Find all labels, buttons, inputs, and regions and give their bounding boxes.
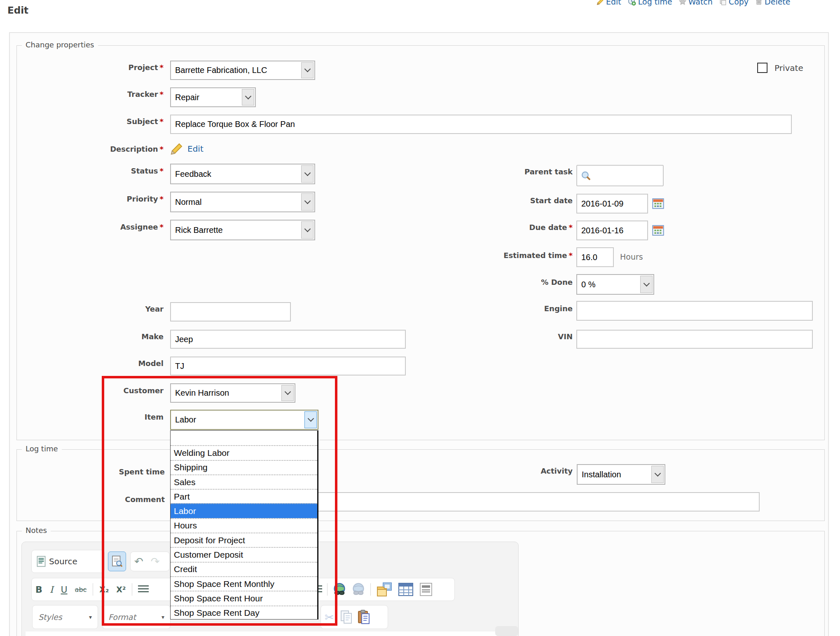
status-select[interactable]: Feedback	[170, 164, 315, 184]
chevron-down-icon	[242, 89, 254, 106]
format-dropdown[interactable]: Format ▾	[102, 605, 171, 629]
delete-action[interactable]: Delete	[755, 0, 790, 6]
source-button-group: Source	[31, 550, 105, 573]
done-ratio-label: % Done	[424, 277, 573, 287]
status-label: Status*	[32, 166, 164, 176]
private-checkbox[interactable]	[757, 63, 767, 73]
spent-time-label: Spent time	[32, 467, 165, 477]
customer-select[interactable]: Kevin Harrison	[170, 383, 295, 403]
search-icon	[580, 170, 591, 181]
start-date-input[interactable]: 2016-01-09	[576, 194, 648, 214]
year-input[interactable]	[170, 302, 291, 322]
dropdown-option[interactable]: Shipping	[171, 460, 317, 474]
engine-input[interactable]	[576, 301, 813, 321]
done-ratio-select[interactable]: 0 %	[576, 274, 654, 295]
calendar-icon[interactable]	[652, 225, 664, 236]
start-date-label: Start date	[424, 196, 573, 206]
due-date-input[interactable]: 2016-01-16	[576, 221, 648, 240]
model-input[interactable]: TJ	[170, 357, 406, 375]
dropdown-option[interactable]: Shop Space Rent Monthly	[171, 576, 317, 591]
subscript-button[interactable]: X₂	[99, 585, 109, 594]
dropdown-option[interactable]: Deposit for Project	[171, 533, 317, 547]
dropdown-option[interactable]: Labor	[171, 503, 317, 518]
priority-select[interactable]: Normal	[170, 192, 315, 212]
numbered-list-icon[interactable]	[138, 585, 149, 594]
priority-label: Priority*	[32, 194, 164, 204]
dropdown-option[interactable]: Shop Space Rent Hour	[171, 591, 317, 605]
item-dropdown: Welding LaborShippingSalesPartLaborHours…	[170, 430, 318, 620]
dropdown-option[interactable]: Welding Labor	[171, 445, 317, 460]
description-label: Description*	[32, 144, 164, 154]
document-magnifier-icon	[112, 555, 122, 568]
strikethrough-button[interactable]: abc	[75, 586, 87, 594]
table-icon[interactable]	[398, 582, 414, 596]
chevron-down-icon: ▾	[89, 614, 92, 620]
chevron-down-icon	[301, 165, 314, 183]
parent-task-label: Parent task	[424, 167, 573, 177]
dropdown-option[interactable]	[171, 431, 317, 445]
description-edit-link[interactable]: Edit	[187, 144, 204, 154]
italic-button[interactable]: I	[50, 584, 54, 595]
edit-action[interactable]: Edit	[597, 0, 621, 6]
dropdown-option[interactable]: Customer Deposit	[171, 547, 317, 561]
unlink-icon[interactable]	[351, 582, 365, 596]
item-dropdown-options: Welding LaborShippingSalesPartLaborHours…	[171, 431, 317, 620]
chevron-down-icon	[301, 62, 314, 78]
parent-task-input[interactable]	[576, 165, 664, 186]
undo-redo-group: ↶ ↷	[130, 552, 170, 571]
issue-edit-page: Edit Log time Watch Copy Delete Edit Cha…	[0, 0, 840, 636]
chevron-down-icon	[304, 411, 317, 428]
item-label: Item	[32, 412, 164, 422]
editor-resize-handle[interactable]	[495, 626, 518, 636]
chevron-down-icon	[281, 385, 294, 401]
activity-label: Activity	[424, 466, 573, 476]
item-select[interactable]: Labor	[170, 410, 318, 430]
dropdown-option[interactable]: Part	[171, 489, 317, 503]
page-title: Edit	[7, 5, 28, 16]
subject-input[interactable]: Replace Torque Box & Floor Pan	[170, 115, 792, 134]
watch-action[interactable]: Watch	[679, 0, 713, 6]
paste-icon[interactable]	[358, 610, 370, 624]
undo-icon[interactable]: ↶	[134, 555, 143, 568]
notes-legend: Notes	[22, 526, 51, 535]
dropdown-option[interactable]: Sales	[171, 474, 317, 489]
copy-action[interactable]: Copy	[719, 0, 749, 6]
make-input[interactable]: Jeep	[170, 330, 406, 349]
tracker-select[interactable]: Repair	[170, 87, 256, 107]
calendar-icon[interactable]	[652, 198, 664, 209]
delete-action-label: Delete	[765, 0, 790, 6]
preview-button[interactable]	[108, 552, 126, 571]
comment-label: Comment	[32, 495, 165, 505]
dropdown-option[interactable]: Shop Space Rent Day	[171, 605, 317, 620]
tracker-label: Tracker*	[32, 89, 164, 99]
image-icon[interactable]	[377, 582, 393, 597]
copy-icon	[719, 0, 727, 5]
redo-icon[interactable]: ↷	[151, 555, 160, 568]
notes-editor-content[interactable]	[26, 631, 514, 636]
pencil-icon	[597, 0, 604, 5]
activity-select[interactable]: Installation	[577, 464, 665, 485]
log-time-action-label: Log time	[638, 0, 672, 6]
pencil-icon	[170, 142, 183, 155]
cut-icon[interactable]: ✂	[325, 611, 334, 624]
log-time-action[interactable]: Log time	[628, 0, 672, 6]
star-icon	[679, 0, 686, 5]
project-select[interactable]: Barrette Fabrication, LLC	[170, 61, 315, 80]
estimated-time-input[interactable]: 16.0	[576, 247, 614, 267]
superscript-button[interactable]: X²	[116, 585, 126, 594]
assignee-select[interactable]: Rick Barrette	[170, 220, 315, 240]
dropdown-option[interactable]: Hours	[171, 518, 317, 533]
underline-button[interactable]: U	[61, 584, 67, 595]
copy-document-icon[interactable]	[340, 610, 353, 624]
estimated-time-label: Estimated time*	[424, 251, 573, 261]
styles-dropdown[interactable]: Styles ▾	[32, 605, 98, 629]
link-icon[interactable]	[332, 582, 346, 596]
copy-action-label: Copy	[729, 0, 749, 6]
project-label: Project*	[32, 63, 164, 73]
page-properties-icon[interactable]	[419, 582, 433, 597]
issue-toolbar: Edit Log time Watch Copy Delete	[597, 0, 791, 8]
dropdown-option[interactable]: Credit	[171, 562, 317, 576]
vin-input[interactable]	[576, 330, 813, 349]
source-button[interactable]: Source	[49, 556, 77, 566]
bold-button[interactable]: B	[35, 584, 42, 595]
